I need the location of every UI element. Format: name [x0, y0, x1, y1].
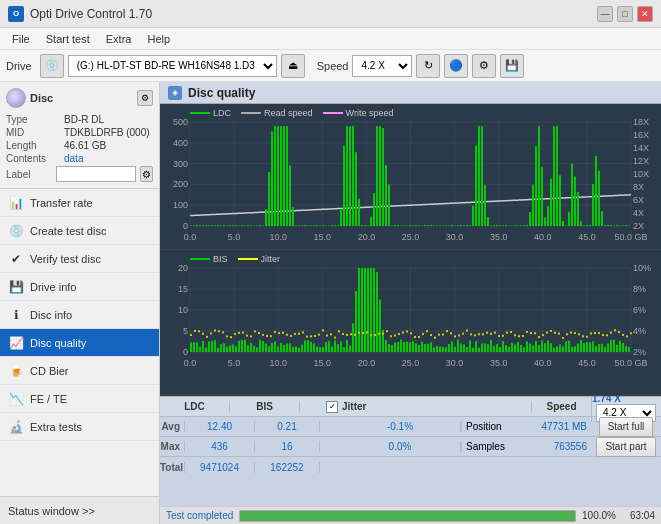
start-full-button[interactable]: Start full: [599, 417, 654, 437]
drive-info-icon: 💾: [8, 279, 24, 295]
max-bis: 16: [255, 441, 320, 452]
position-display: Position 47731 MB: [466, 421, 587, 432]
disc-info-icon: ℹ: [8, 307, 24, 323]
samples-value: 763556: [554, 441, 587, 452]
app-logo: O: [8, 6, 24, 22]
sidebar-item-drive-info-label: Drive info: [30, 281, 76, 293]
bis-chart: BIS Jitter: [160, 250, 661, 396]
avg-ldc: 12.40: [185, 421, 255, 432]
verify-test-icon: ✔: [8, 251, 24, 267]
titlebar: O Opti Drive Control 1.70 — □ ✕: [0, 0, 661, 28]
avg-row: Avg 12.40 0.21 -0.1% Position 47731 MB S…: [160, 417, 661, 437]
max-label: Max: [160, 441, 185, 452]
bis-legend-color: [190, 258, 210, 260]
sidebar-item-create-test-label: Create test disc: [30, 225, 106, 237]
sidebar-item-cd-bier-label: CD Bier: [30, 365, 69, 377]
ldc-chart: LDC Read speed Write speed: [160, 104, 661, 250]
sidebar-item-cd-bier[interactable]: 🍺 CD Bier: [0, 357, 159, 385]
sidebar-item-verify-test[interactable]: ✔ Verify test disc: [0, 245, 159, 273]
disc-label-row: Label ⚙: [6, 166, 153, 182]
menu-extra[interactable]: Extra: [98, 31, 140, 47]
jitter-checkbox[interactable]: ✓: [326, 401, 338, 413]
sidebar: Disc ⚙ Type BD-R DL MID TDKBLDRFB (000) …: [0, 82, 160, 524]
bis-header: BIS: [230, 401, 300, 412]
minimize-btn[interactable]: —: [597, 6, 613, 22]
menubar: File Start test Extra Help: [0, 28, 661, 50]
extra-tests-icon: 🔬: [8, 419, 24, 435]
sidebar-item-verify-test-label: Verify test disc: [30, 253, 101, 265]
progress-bar-inner: [240, 511, 575, 521]
sidebar-item-extra-tests-label: Extra tests: [30, 421, 82, 433]
sidebar-item-disc-info-label: Disc info: [30, 309, 72, 321]
sidebar-item-fe-te-label: FE / TE: [30, 393, 67, 405]
refresh-btn[interactable]: ↻: [416, 54, 440, 78]
charts-container: LDC Read speed Write speed: [160, 104, 661, 396]
max-row: Max 436 16 0.0% Samples 763556 Start par…: [160, 437, 661, 457]
max-ldc: 436: [185, 441, 255, 452]
max-jitter: 0.0%: [340, 441, 461, 452]
save-btn[interactable]: 💾: [500, 54, 524, 78]
status-window-label: Status window >>: [8, 505, 95, 517]
disc-mid-value: TDKBLDRFB (000): [64, 127, 150, 138]
disc-settings-btn[interactable]: ⚙: [137, 90, 153, 106]
disc-quality-icon: 📈: [8, 335, 24, 351]
total-bis: 162252: [255, 462, 320, 473]
sidebar-item-transfer-rate[interactable]: 📊 Transfer rate: [0, 189, 159, 217]
menu-start-test[interactable]: Start test: [38, 31, 98, 47]
total-row: Total 9471024 162252: [160, 457, 661, 477]
avg-bis: 0.21: [255, 421, 320, 432]
sidebar-nav: 📊 Transfer rate 💿 Create test disc ✔ Ver…: [0, 189, 159, 496]
disc-label-btn[interactable]: ⚙: [140, 166, 153, 182]
disc-label-input[interactable]: [56, 166, 136, 182]
close-btn[interactable]: ✕: [637, 6, 653, 22]
ldc-legend-label: LDC: [213, 108, 231, 118]
samples-label: Samples: [466, 441, 505, 452]
main-layout: Disc ⚙ Type BD-R DL MID TDKBLDRFB (000) …: [0, 82, 661, 524]
disc-info-header: Disc ⚙: [6, 88, 153, 108]
start-part-button[interactable]: Start part: [596, 437, 655, 457]
app-title: Opti Drive Control 1.70: [30, 7, 597, 21]
sidebar-item-extra-tests[interactable]: 🔬 Extra tests: [0, 413, 159, 441]
disc-length-label: Length: [6, 140, 64, 151]
stats-header-row: LDC BIS ✓ Jitter Speed 1.74 X 4.2 X: [160, 397, 661, 417]
menu-file[interactable]: File: [4, 31, 38, 47]
disc-length-value: 46.61 GB: [64, 140, 106, 151]
speed-select[interactable]: 4.2 X: [352, 55, 412, 77]
jitter-header-cell: ✓ Jitter: [320, 401, 531, 413]
cd-bier-icon: 🍺: [8, 363, 24, 379]
maximize-btn[interactable]: □: [617, 6, 633, 22]
disc-info-panel: Disc ⚙ Type BD-R DL MID TDKBLDRFB (000) …: [0, 82, 159, 189]
bis-legend-label: BIS: [213, 254, 228, 264]
create-test-icon: 💿: [8, 223, 24, 239]
status-window-btn[interactable]: Status window >>: [0, 496, 159, 524]
chart1-legend: LDC Read speed Write speed: [190, 108, 393, 118]
disc-contents-row: Contents data: [6, 153, 153, 164]
eject-btn[interactable]: ⏏: [281, 54, 305, 78]
chart2-legend: BIS Jitter: [190, 254, 280, 264]
bis-legend-item: BIS: [190, 254, 228, 264]
position-label: Position: [466, 421, 502, 432]
samples-row: Samples 763556: [461, 441, 591, 452]
disc-type-label: Type: [6, 114, 64, 125]
read-speed-legend-item: Read speed: [241, 108, 313, 118]
sidebar-item-fe-te[interactable]: 📉 FE / TE: [0, 385, 159, 413]
drive-select[interactable]: (G:) HL-DT-ST BD-RE WH16NS48 1.D3: [68, 55, 277, 77]
jitter-legend-item: Jitter: [238, 254, 281, 264]
sidebar-item-disc-quality[interactable]: 📈 Disc quality: [0, 329, 159, 357]
sidebar-item-disc-info[interactable]: ℹ Disc info: [0, 301, 159, 329]
sidebar-item-create-test[interactable]: 💿 Create test disc: [0, 217, 159, 245]
status-text: Test completed: [166, 510, 233, 521]
disc-contents-label: Contents: [6, 153, 64, 164]
ldc-legend-color: [190, 112, 210, 114]
menu-help[interactable]: Help: [139, 31, 178, 47]
samples-display: Samples 763556: [466, 441, 587, 452]
disc-btn[interactable]: 🔵: [444, 54, 468, 78]
disc-icon: [6, 88, 26, 108]
settings-btn[interactable]: ⚙: [472, 54, 496, 78]
disc-type-row: Type BD-R DL: [6, 114, 153, 125]
sidebar-item-drive-info[interactable]: 💾 Drive info: [0, 273, 159, 301]
sidebar-item-disc-quality-label: Disc quality: [30, 337, 86, 349]
disc-panel-title: Disc: [30, 92, 53, 104]
drive-label: Drive: [6, 60, 32, 72]
disc-mid-row: MID TDKBLDRFB (000): [6, 127, 153, 138]
